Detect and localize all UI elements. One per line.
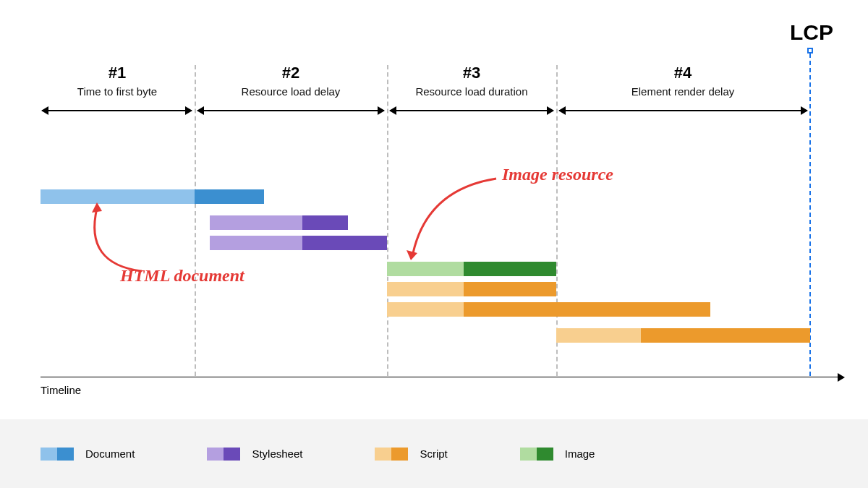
bar-segment-light bbox=[210, 215, 302, 230]
phase-label-2: #2 Resource load delay bbox=[242, 64, 341, 98]
bar-segment-light bbox=[41, 189, 195, 204]
phase-separator bbox=[195, 65, 196, 376]
bar-script bbox=[387, 282, 556, 296]
bar-segment-light bbox=[556, 328, 641, 343]
bar-segment-dark bbox=[302, 236, 387, 250]
phase-range-arrow-icon bbox=[42, 110, 192, 111]
legend-item-image: Image bbox=[520, 448, 595, 461]
phase-label-1: #1 Time to first byte bbox=[77, 64, 157, 98]
phase-number: #1 bbox=[77, 64, 157, 82]
bar-image bbox=[387, 262, 556, 276]
legend-label: Script bbox=[420, 448, 447, 460]
legend-item-document: Document bbox=[41, 448, 135, 461]
bar-script bbox=[387, 302, 710, 317]
phase-range-arrow-icon bbox=[390, 110, 553, 111]
bar-document bbox=[41, 189, 264, 204]
bar-segment-dark bbox=[464, 282, 556, 296]
annotation-arrow-icon bbox=[402, 175, 525, 262]
legend-item-stylesheet: Stylesheet bbox=[207, 448, 302, 461]
diagram-canvas: LCP #1 Time to first byte #2 Resource lo… bbox=[41, 22, 836, 398]
phase-number: #4 bbox=[631, 64, 735, 82]
phase-name: Resource load delay bbox=[242, 85, 341, 98]
legend-item-script: Script bbox=[375, 448, 447, 461]
annotation-image-resource: Image resource bbox=[502, 165, 613, 184]
phase-number: #2 bbox=[242, 64, 341, 82]
bar-segment-dark bbox=[195, 189, 264, 204]
legend-label: Image bbox=[565, 448, 595, 460]
annotation-arrow-icon bbox=[62, 202, 156, 275]
bar-segment-light bbox=[387, 302, 464, 317]
timeline-axis-label: Timeline bbox=[41, 384, 81, 396]
phase-label-3: #3 Resource load duration bbox=[415, 64, 527, 98]
bar-segment-dark bbox=[464, 262, 556, 276]
swatch-icon bbox=[207, 448, 240, 461]
swatch-icon bbox=[41, 448, 74, 461]
bar-segment-dark bbox=[641, 328, 810, 343]
phase-range-arrow-icon bbox=[197, 110, 384, 111]
bar-segment-light bbox=[210, 236, 302, 250]
phase-name: Time to first byte bbox=[77, 85, 157, 98]
annotation-html-document: HTML document bbox=[120, 266, 244, 286]
bar-script bbox=[556, 328, 810, 343]
lcp-title: LCP bbox=[790, 20, 833, 45]
bar-stylesheet bbox=[210, 236, 387, 250]
timeline-axis bbox=[41, 377, 843, 378]
legend-label: Document bbox=[85, 448, 135, 460]
phase-label-4: #4 Element render delay bbox=[631, 64, 735, 98]
legend-label: Stylesheet bbox=[252, 448, 302, 460]
phase-separator bbox=[387, 65, 388, 376]
bar-segment-light bbox=[387, 282, 464, 296]
bar-segment-light bbox=[387, 262, 464, 276]
bar-stylesheet bbox=[210, 215, 348, 230]
swatch-icon bbox=[375, 448, 408, 461]
swatch-icon bbox=[520, 448, 553, 461]
phase-range-arrow-icon bbox=[559, 110, 807, 111]
legend: Document Stylesheet Script Image bbox=[0, 419, 868, 488]
phase-name: Element render delay bbox=[631, 85, 735, 98]
phase-number: #3 bbox=[415, 64, 527, 82]
phase-name: Resource load duration bbox=[415, 85, 527, 98]
bar-segment-dark bbox=[464, 302, 710, 317]
lcp-marker-icon bbox=[807, 48, 813, 53]
bar-segment-dark bbox=[302, 215, 348, 230]
